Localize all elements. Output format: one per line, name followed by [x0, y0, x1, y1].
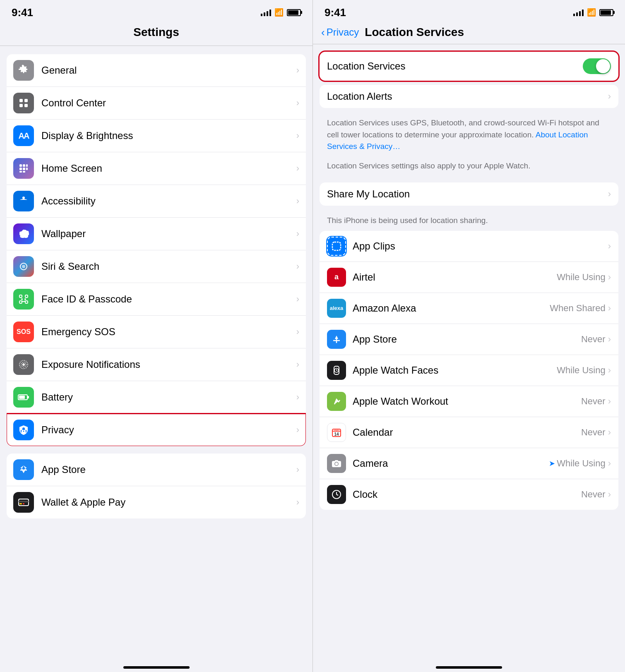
siri-chevron: ›: [296, 261, 299, 272]
svg-rect-18: [19, 301, 22, 303]
apple-watch-workout-chevron: ›: [608, 396, 611, 407]
airtel-label: Airtel: [353, 271, 557, 283]
appstore-label: App Store: [41, 464, 296, 475]
exposure-label: Exposure Notifications: [41, 359, 296, 370]
share-my-location-group: Share My Location ›: [320, 182, 618, 206]
app-store-status: Never: [581, 334, 606, 345]
settings-row-control-center[interactable]: Control Center ›: [7, 87, 306, 120]
wallpaper-chevron: ›: [296, 228, 299, 239]
apple-watch-faces-status: While Using: [557, 365, 605, 376]
svg-rect-2: [24, 99, 28, 102]
apple-watch-faces-row[interactable]: Apple Watch Faces While Using ›: [320, 355, 618, 386]
left-status-icons: 📶: [261, 8, 301, 17]
right-nav: ‹ Privacy Location Services: [313, 22, 625, 44]
left-nav-title: Settings: [0, 22, 312, 46]
settings-row-wallet[interactable]: Wallet & Apple Pay ›: [7, 486, 306, 518]
settings-row-privacy[interactable]: Privacy ›: [7, 414, 306, 446]
svg-point-29: [23, 431, 24, 432]
location-info-text: Location Services uses GPS, Bluetooth, a…: [320, 112, 618, 158]
svg-rect-12: [23, 171, 25, 173]
faceid-chevron: ›: [296, 294, 299, 305]
right-time: 9:41: [325, 6, 346, 19]
location-services-toggle-row[interactable]: Location Services: [320, 52, 618, 81]
alexa-icon: alexa: [327, 299, 346, 318]
svg-text:14: 14: [334, 432, 339, 437]
svg-rect-8: [19, 168, 22, 170]
privacy-icon: [13, 420, 34, 440]
right-signal-icon: [573, 9, 584, 16]
svg-rect-4: [24, 104, 28, 107]
svg-rect-7: [26, 164, 28, 167]
clock-icon: [327, 485, 346, 504]
location-info-text-2: Location Services settings also apply to…: [320, 158, 618, 177]
airtel-row[interactable]: a Airtel While Using ›: [320, 262, 618, 293]
share-my-location-chevron: ›: [608, 189, 611, 199]
general-icon: [13, 60, 34, 81]
display-label: Display & Brightness: [41, 130, 296, 142]
settings-row-appstore[interactable]: App Store ›: [7, 454, 306, 486]
apple-watch-workout-status: Never: [581, 396, 606, 407]
sos-label: Emergency SOS: [41, 326, 296, 338]
svg-line-52: [337, 494, 338, 495]
wallpaper-label: Wallpaper: [41, 228, 296, 240]
wallet-label: Wallet & Apple Pay: [41, 497, 296, 508]
settings-group-2: App Store › Wallet & Apple Pay ›: [7, 454, 306, 518]
general-chevron: ›: [296, 65, 299, 76]
home-screen-icon: [13, 158, 34, 179]
back-button[interactable]: ‹ Privacy: [321, 26, 359, 39]
location-arrow-icon: ➤: [549, 459, 555, 468]
wifi-icon: 📶: [274, 8, 284, 17]
exposure-chevron: ›: [296, 359, 299, 370]
svg-point-21: [24, 298, 26, 300]
right-page-title: Location Services: [365, 26, 464, 39]
svg-rect-34: [23, 503, 24, 504]
appstore-chevron: ›: [296, 464, 299, 475]
battery-settings-icon: [13, 387, 34, 408]
app-clips-label: App Clips: [353, 240, 608, 252]
alexa-chevron: ›: [608, 303, 611, 314]
location-services-label: Location Services: [327, 60, 405, 72]
settings-row-sos[interactable]: SOS Emergency SOS ›: [7, 316, 306, 348]
right-content: Location Services Location Alerts › Loca…: [313, 44, 625, 662]
camera-chevron: ›: [608, 458, 611, 469]
svg-rect-35: [332, 242, 341, 250]
app-clips-icon: [327, 237, 346, 256]
svg-point-48: [335, 462, 338, 465]
home-indicator: [123, 666, 190, 669]
control-center-chevron: ›: [296, 98, 299, 108]
alexa-status: When Shared: [550, 303, 606, 314]
camera-row[interactable]: Camera ➤ While Using ›: [320, 448, 618, 479]
apple-watch-faces-icon: [327, 361, 346, 380]
settings-row-display[interactable]: AA Display & Brightness ›: [7, 120, 306, 152]
privacy-label: Privacy: [41, 424, 296, 436]
wallet-chevron: ›: [296, 497, 299, 508]
settings-row-accessibility[interactable]: Accessibility ›: [7, 185, 306, 218]
svg-rect-27: [28, 396, 29, 398]
home-screen-label: Home Screen: [41, 163, 296, 174]
battery-chevron: ›: [296, 392, 299, 403]
svg-rect-9: [23, 168, 25, 170]
location-services-toggle[interactable]: [583, 58, 611, 74]
calendar-row[interactable]: 14 Sun Calendar Never ›: [320, 417, 618, 448]
settings-row-general[interactable]: General ›: [7, 54, 306, 87]
settings-row-exposure[interactable]: Exposure Notifications ›: [7, 348, 306, 381]
settings-row-wallpaper[interactable]: Wallpaper ›: [7, 218, 306, 250]
apple-watch-workout-row[interactable]: Apple Watch Workout Never ›: [320, 386, 618, 417]
settings-row-home-screen[interactable]: Home Screen ›: [7, 152, 306, 185]
svg-rect-5: [19, 164, 22, 167]
app-store-label: App Store: [353, 334, 581, 345]
settings-row-siri[interactable]: Siri & Search ›: [7, 250, 306, 283]
camera-label: Camera: [353, 458, 549, 469]
amazon-alexa-row[interactable]: alexa Amazon Alexa When Shared ›: [320, 293, 618, 324]
settings-row-faceid[interactable]: Face ID & Passcode ›: [7, 283, 306, 316]
location-alerts-row[interactable]: Location Alerts ›: [320, 85, 618, 108]
control-center-label: Control Center: [41, 97, 296, 109]
share-my-location-row[interactable]: Share My Location ›: [320, 182, 618, 206]
apple-watch-faces-label: Apple Watch Faces: [353, 365, 557, 376]
clock-row[interactable]: Clock Never ›: [320, 479, 618, 510]
settings-row-battery[interactable]: Battery ›: [7, 381, 306, 414]
airtel-chevron: ›: [608, 272, 611, 283]
app-list-group: App Clips › a Airtel While Using › alexa…: [320, 231, 618, 510]
app-store-row[interactable]: App Store Never ›: [320, 324, 618, 355]
app-clips-row[interactable]: App Clips ›: [320, 231, 618, 262]
